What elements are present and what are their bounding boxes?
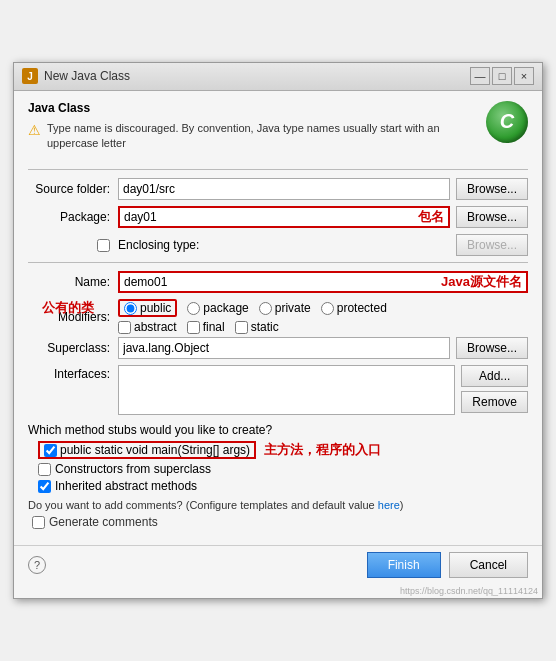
- help-button[interactable]: ?: [28, 556, 46, 574]
- protected-radio[interactable]: [321, 302, 334, 315]
- package-browse-button[interactable]: Browse...: [456, 206, 528, 228]
- superclass-browse-button[interactable]: Browse...: [456, 337, 528, 359]
- modifiers-row: Modifiers: public 公有的类 package private: [28, 299, 528, 334]
- title-bar-icon: J: [22, 68, 38, 84]
- package-label: Package:: [28, 210, 118, 224]
- private-radio-label: private: [275, 301, 311, 315]
- title-bar: J New Java Class — □ ×: [14, 63, 542, 91]
- header-row: Java Class ⚠ Type name is discouraged. B…: [28, 101, 528, 162]
- main-method-checkbox[interactable]: [44, 444, 57, 457]
- enclosing-type-row: Enclosing type: Browse...: [28, 234, 528, 256]
- watermark: https://blog.csdn.net/qq_11114124: [14, 584, 542, 598]
- method-stubs-section: Which method stubs would you like to cre…: [28, 423, 528, 493]
- dialog-content: Java Class ⚠ Type name is discouraged. B…: [14, 91, 542, 546]
- inherited-methods-checkbox[interactable]: [38, 480, 51, 493]
- superclass-row: Superclass: Browse...: [28, 337, 528, 359]
- interfaces-add-button[interactable]: Add...: [461, 365, 528, 387]
- public-radio[interactable]: [124, 302, 137, 315]
- bottom-bar: ? Finish Cancel: [14, 545, 542, 584]
- final-checkbox-item: final: [187, 320, 225, 334]
- main-method-annotation: 主方法，程序的入口: [264, 441, 381, 459]
- generate-comments-label: Generate comments: [49, 515, 158, 529]
- finish-button[interactable]: Finish: [367, 552, 441, 578]
- main-method-box: public static void main(String[] args): [38, 441, 256, 459]
- interfaces-remove-button[interactable]: Remove: [461, 391, 528, 413]
- abstract-label: abstract: [134, 320, 177, 334]
- constructors-checkbox[interactable]: [38, 463, 51, 476]
- warning-icon: ⚠: [28, 121, 41, 141]
- warning-box: ⚠ Type name is discouraged. By conventio…: [28, 121, 486, 152]
- protected-radio-label: protected: [337, 301, 387, 315]
- superclass-input[interactable]: [118, 337, 450, 359]
- public-annotation: 公有的类: [42, 299, 94, 317]
- final-checkbox[interactable]: [187, 321, 200, 334]
- static-label: static: [251, 320, 279, 334]
- package-annotation: 包名: [418, 208, 444, 226]
- maximize-button[interactable]: □: [492, 67, 512, 85]
- static-checkbox[interactable]: [235, 321, 248, 334]
- main-method-row: public static void main(String[] args) 主…: [38, 441, 528, 459]
- interfaces-box: [118, 365, 455, 415]
- package-row: Package: 包名 Browse...: [28, 206, 528, 228]
- superclass-label: Superclass:: [28, 341, 118, 355]
- name-annotation: Java源文件名: [441, 273, 522, 291]
- private-radio-item: private: [259, 301, 311, 315]
- comments-question-end: ): [400, 499, 404, 511]
- method-stubs-question: Which method stubs would you like to cre…: [28, 423, 528, 437]
- generate-comments-row: Generate comments: [28, 515, 528, 529]
- new-java-class-dialog: J New Java Class — □ × Java Class ⚠ Type…: [13, 62, 543, 600]
- protected-radio-item: protected: [321, 301, 387, 315]
- source-folder-input[interactable]: [118, 178, 450, 200]
- source-folder-label: Source folder:: [28, 182, 118, 196]
- minimize-button[interactable]: —: [470, 67, 490, 85]
- name-label: Name:: [28, 275, 118, 289]
- public-label: public: [140, 301, 171, 315]
- enclosing-type-browse-button[interactable]: Browse...: [456, 234, 528, 256]
- dialog-title: New Java Class: [44, 69, 470, 83]
- source-folder-browse-button[interactable]: Browse...: [456, 178, 528, 200]
- header-left: Java Class ⚠ Type name is discouraged. B…: [28, 101, 486, 162]
- interfaces-buttons: Add... Remove: [461, 365, 528, 413]
- inherited-methods-row: Inherited abstract methods: [38, 479, 528, 493]
- warning-text: Type name is discouraged. By convention,…: [47, 121, 486, 152]
- package-radio-item: package: [187, 301, 248, 315]
- enclosing-type-label: Enclosing type:: [118, 238, 199, 252]
- interfaces-label: Interfaces:: [28, 365, 118, 381]
- final-label: final: [203, 320, 225, 334]
- private-radio[interactable]: [259, 302, 272, 315]
- package-radio[interactable]: [187, 302, 200, 315]
- public-radio-highlight: public: [118, 299, 177, 317]
- divider2: [28, 262, 528, 263]
- static-checkbox-item: static: [235, 320, 279, 334]
- main-method-label: public static void main(String[] args): [60, 443, 250, 457]
- abstract-checkbox[interactable]: [118, 321, 131, 334]
- package-radio-label: package: [203, 301, 248, 315]
- enclosing-type-checkbox[interactable]: [97, 239, 110, 252]
- comments-link[interactable]: here: [378, 499, 400, 511]
- method-stubs-options: public static void main(String[] args) 主…: [28, 441, 528, 493]
- section-title: Java Class: [28, 101, 486, 115]
- close-button[interactable]: ×: [514, 67, 534, 85]
- inherited-methods-label: Inherited abstract methods: [55, 479, 197, 493]
- abstract-checkbox-item: abstract: [118, 320, 177, 334]
- constructors-label: Constructors from superclass: [55, 462, 211, 476]
- generate-comments-checkbox[interactable]: [32, 516, 45, 529]
- interfaces-row: Interfaces: Add... Remove: [28, 365, 528, 415]
- name-row: Name: Java源文件名: [28, 271, 528, 293]
- comments-section: Do you want to add comments? (Configure …: [28, 499, 528, 529]
- cancel-button[interactable]: Cancel: [449, 552, 528, 578]
- comments-question: Do you want to add comments? (Configure …: [28, 499, 378, 511]
- title-buttons: — □ ×: [470, 67, 534, 85]
- constructors-row: Constructors from superclass: [38, 462, 528, 476]
- source-folder-row: Source folder: Browse...: [28, 178, 528, 200]
- divider: [28, 169, 528, 170]
- eclipse-logo: C: [486, 101, 528, 143]
- package-input[interactable]: [118, 206, 450, 228]
